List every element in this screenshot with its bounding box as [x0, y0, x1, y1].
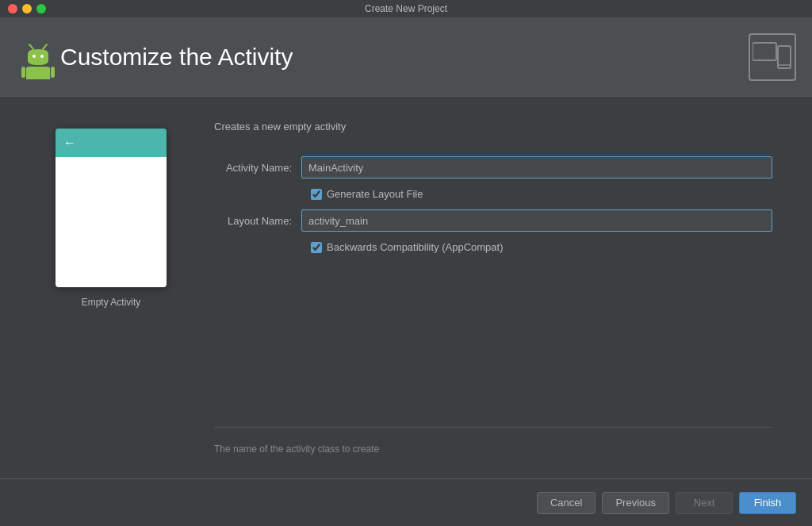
page-title: Customize the Activity	[60, 44, 293, 71]
backwards-compat-label: Backwards Compatibility (AppCompat)	[327, 241, 504, 253]
activity-name-input[interactable]	[301, 156, 772, 179]
generate-layout-row: Generate Layout File	[214, 188, 772, 200]
previous-button[interactable]: Previous	[602, 492, 669, 514]
activity-name-row: Activity Name:	[214, 156, 772, 179]
phone-tablet-icon	[753, 40, 792, 75]
device-icon	[749, 33, 796, 81]
minimize-button[interactable]	[22, 4, 32, 13]
generate-layout-checkbox-label[interactable]: Generate Layout File	[311, 188, 423, 200]
window-title: Create New Project	[365, 3, 447, 14]
header: Customize the Activity	[0, 17, 812, 97]
layout-name-label: Layout Name:	[214, 215, 301, 227]
backwards-compat-checkbox-label[interactable]: Backwards Compatibility (AppCompat)	[311, 241, 504, 253]
cancel-button[interactable]: Cancel	[537, 492, 596, 514]
title-bar: Create New Project	[0, 0, 812, 17]
back-arrow-icon: ←	[63, 136, 76, 150]
preview-section: ← Empty Activity	[24, 113, 198, 463]
svg-rect-7	[51, 67, 55, 78]
next-button[interactable]: Next	[676, 492, 733, 514]
layout-name-row: Layout Name:	[214, 209, 772, 232]
preview-label: Empty Activity	[82, 297, 141, 308]
generate-layout-label: Generate Layout File	[327, 188, 423, 200]
main-content: ← Empty Activity Creates a new empty act…	[0, 97, 812, 478]
svg-point-3	[33, 55, 36, 58]
layout-name-input[interactable]	[301, 209, 772, 232]
svg-rect-6	[21, 67, 25, 78]
footer: Cancel Previous Next Finish	[0, 478, 812, 526]
form-section: Creates a new empty activity Activity Na…	[198, 113, 788, 463]
generate-layout-checkbox[interactable]	[311, 189, 322, 200]
svg-rect-5	[26, 67, 50, 79]
close-button[interactable]	[8, 4, 17, 13]
backwards-compat-row: Backwards Compatibility (AppCompat)	[214, 241, 772, 253]
finish-button[interactable]: Finish	[739, 492, 796, 514]
activity-name-label: Activity Name:	[214, 162, 301, 174]
window-controls[interactable]	[8, 4, 46, 13]
phone-topbar: ←	[56, 129, 167, 157]
svg-point-4	[40, 55, 44, 58]
svg-rect-10	[753, 43, 776, 60]
phone-body	[56, 157, 167, 287]
phone-preview: ←	[56, 129, 167, 287]
android-logo-icon	[16, 35, 60, 79]
form-description: Creates a new empty activity	[214, 121, 772, 132]
backwards-compat-checkbox[interactable]	[311, 242, 322, 253]
maximize-button[interactable]	[36, 4, 46, 13]
hint-text: The name of the activity class to create	[214, 427, 772, 455]
